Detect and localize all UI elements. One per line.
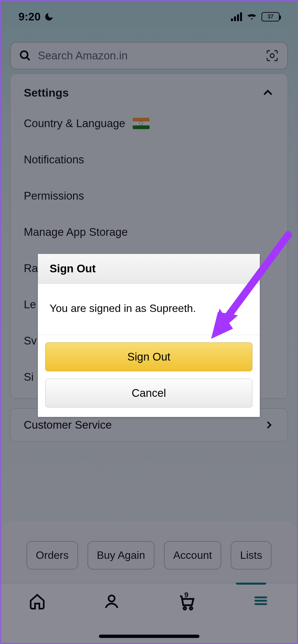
- cancel-button[interactable]: Cancel: [45, 379, 252, 408]
- modal-message: You are signed in as Supreeth.: [38, 284, 260, 335]
- sign-out-button[interactable]: Sign Out: [45, 342, 252, 371]
- modal-title: Sign Out: [38, 254, 260, 284]
- sign-out-modal: Sign Out You are signed in as Supreeth. …: [38, 254, 260, 417]
